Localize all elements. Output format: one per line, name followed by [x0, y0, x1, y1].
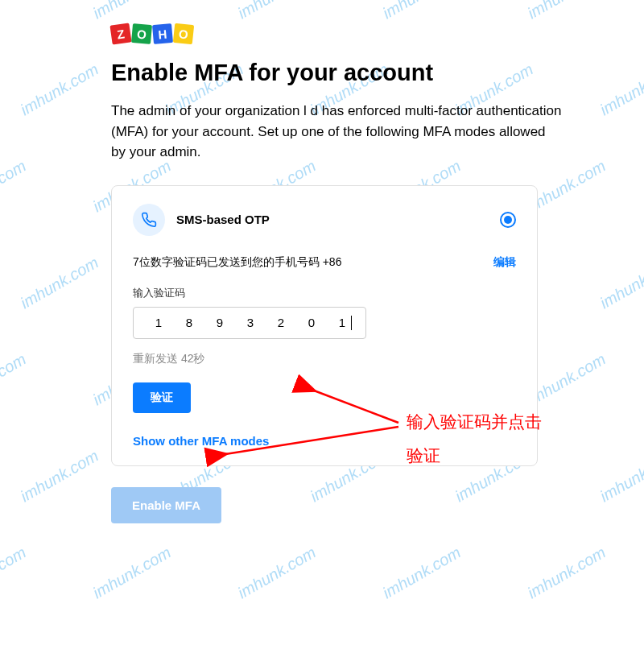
desc-masked: l d	[303, 103, 318, 118]
otp-digit-6[interactable]: 1	[327, 316, 357, 330]
resend-timer: 重新发送 42秒	[133, 352, 516, 366]
logo-h: H	[152, 23, 173, 44]
radio-dot-icon	[504, 216, 512, 224]
show-other-modes-link[interactable]: Show other MFA modes	[133, 434, 516, 448]
sent-row: 7位数字验证码已发送到您的手机号码 +86 编辑	[133, 255, 516, 270]
text-cursor-icon	[351, 316, 352, 330]
desc-prefix: The admin of your organization	[111, 103, 303, 118]
otp-input-label: 输入验证码	[133, 286, 516, 300]
method-title: SMS-based OTP	[176, 213, 270, 226]
otp-digit-3[interactable]: 3	[235, 316, 266, 330]
verify-button[interactable]: 验证	[133, 382, 191, 413]
card-header: SMS-based OTP	[133, 204, 516, 236]
logo-z: Z	[109, 23, 131, 44]
header-left: SMS-based OTP	[133, 204, 270, 236]
logo-o2: O	[173, 23, 194, 44]
otp-digit-0[interactable]: 1	[143, 316, 174, 330]
phone-icon	[133, 204, 165, 236]
otp-digit-1[interactable]: 8	[174, 316, 204, 330]
page-title: Enable MFA for your account	[111, 60, 564, 86]
description: The admin of your organization l d has e…	[111, 101, 564, 163]
otp-digit-2[interactable]: 9	[204, 316, 235, 330]
mfa-card: SMS-based OTP 7位数字验证码已发送到您的手机号码 +86 编辑 输…	[111, 185, 538, 466]
otp-digit-4[interactable]: 2	[266, 316, 296, 330]
radio-selected[interactable]	[500, 212, 516, 228]
edit-link[interactable]: 编辑	[493, 255, 516, 270]
sent-text: 7位数字验证码已发送到您的手机号码 +86	[133, 255, 341, 270]
enable-mfa-button[interactable]: Enable MFA	[111, 487, 221, 523]
otp-digit-5[interactable]: 0	[296, 316, 327, 330]
otp-input-row[interactable]: 1 8 9 3 2 0 1	[133, 307, 366, 339]
zoho-logo: Z O H O	[111, 24, 564, 43]
main-content: Z O H O Enable MFA for your account The …	[0, 0, 564, 523]
logo-o1: O	[131, 23, 152, 44]
